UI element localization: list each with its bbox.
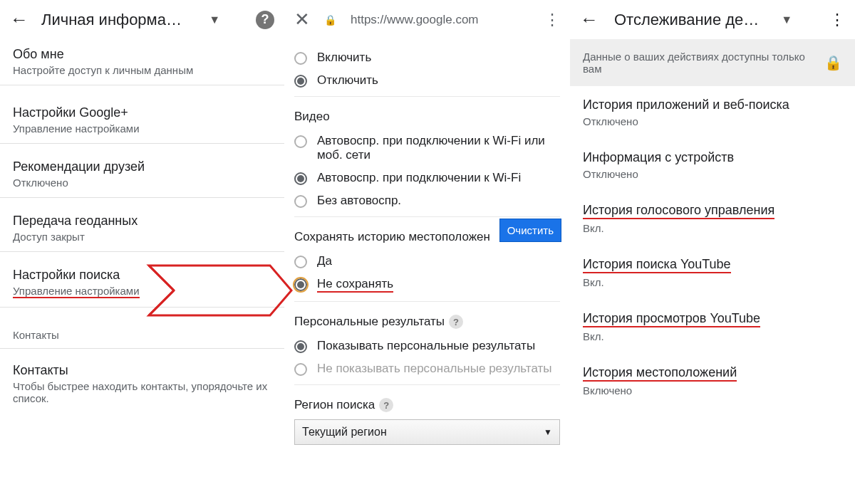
item-subtitle: Настройте доступ к личным данным (13, 64, 271, 76)
notice-text: Данные о ваших действиях доступны только… (583, 51, 814, 75)
item-youtube-search[interactable]: История поиска YouTube Вкл. (570, 246, 855, 300)
item-subtitle: Доступ закрыт (13, 231, 271, 243)
radio-icon[interactable] (294, 135, 307, 148)
item-title: Рекомендации друзей (13, 159, 271, 174)
page-title: Отслеживание де… (614, 11, 765, 29)
item-subtitle: Управление настройками (13, 285, 140, 298)
item-voice-history[interactable]: История голосового управления Вкл. (570, 191, 855, 246)
item-subtitle: Отключено (13, 177, 271, 189)
item-device-info[interactable]: Информация с устройств Отключено (570, 139, 855, 191)
item-subtitle: Отключено (583, 115, 842, 127)
option-show-personal[interactable]: Показывать персональные результаты (294, 335, 560, 357)
item-title: Настройки поиска (13, 268, 271, 283)
section-unnamed-top: Включить Отключить (294, 43, 560, 97)
section-title-text: Персональные результаты (294, 315, 445, 329)
section-title-text: Регион поиска (294, 398, 375, 412)
item-search-settings[interactable]: Настройки поиска Управление настройками (0, 252, 284, 308)
help-icon[interactable]: ? (379, 398, 393, 412)
item-app-web-history[interactable]: История приложений и веб-поиска Отключен… (570, 86, 855, 139)
item-location-history[interactable]: История местоположений Включено (570, 354, 855, 408)
option-save-yes[interactable]: Да (294, 250, 560, 273)
item-title: Информация с устройств (583, 150, 734, 165)
option-label: Отключить (317, 73, 378, 88)
item-title: История голосового управления (583, 203, 774, 219)
option-label: Не показывать персональные результаты (317, 362, 552, 376)
radio-icon[interactable] (294, 52, 307, 65)
item-subtitle: Вкл. (583, 222, 842, 234)
item-friends-recs[interactable]: Рекомендации друзей Отключено (0, 144, 284, 198)
panel-personal-info: ← Личная информа… ▼ ? Обо мне Настройте … (0, 0, 284, 504)
option-label: Автовоспр. при подключении к Wi-Fi (317, 171, 521, 185)
option-save-no[interactable]: Не сохранять (294, 273, 560, 297)
back-icon[interactable]: ← (580, 9, 598, 31)
option-label: Автовоспр. при подключении к Wi-Fi или м… (317, 134, 560, 162)
option-autoplay-wifi-mobile[interactable]: Автовоспр. при подключении к Wi-Fi или м… (294, 130, 560, 167)
page-title: Личная информа… (41, 11, 196, 29)
url-text[interactable]: https://www.google.com (351, 13, 530, 27)
radio-icon[interactable] (294, 195, 307, 208)
option-label: Не сохранять (317, 277, 393, 293)
header: ← Личная информа… ▼ ? (0, 0, 284, 39)
item-title: История поиска YouTube (583, 257, 731, 273)
section-title: Видео (294, 110, 560, 124)
lock-icon: 🔒 (324, 14, 336, 26)
item-title: Обо мне (13, 47, 271, 62)
help-icon[interactable]: ? (256, 11, 274, 29)
option-disable[interactable]: Отключить (294, 69, 560, 92)
chevron-down-icon: ▼ (544, 427, 552, 437)
item-subtitle: Отключено (583, 168, 842, 180)
section-personal-results: Персональные результаты ? Показывать пер… (294, 302, 560, 385)
more-icon[interactable]: ⋮ (829, 11, 845, 29)
radio-icon[interactable] (294, 172, 307, 185)
item-subtitle: Включено (583, 384, 842, 397)
option-hide-personal[interactable]: Не показывать персональные результаты (294, 357, 560, 380)
back-icon[interactable]: ← (10, 9, 28, 31)
radio-icon[interactable] (294, 340, 307, 353)
option-no-autoplay[interactable]: Без автовоспр. (294, 189, 560, 212)
section-location-history: Сохранять историю местоположен Очистить … (294, 217, 560, 302)
item-subtitle: Вкл. (583, 276, 842, 288)
item-title: История просмотров YouTube (583, 311, 760, 327)
close-icon[interactable]: ✕ (294, 9, 310, 31)
more-icon[interactable]: ⋮ (544, 11, 560, 29)
chevron-down-icon[interactable]: ▼ (781, 14, 792, 26)
panel-browser-settings: ✕ 🔒 https://www.google.com ⋮ Включить От… (284, 0, 570, 504)
section-video: Видео Автовоспр. при подключении к Wi-Fi… (294, 97, 560, 217)
section-title: Регион поиска ? (294, 398, 560, 412)
panel-activity-tracking: ← Отслеживание де… ▼ ⋮ Данные о ваших де… (570, 0, 855, 504)
radio-icon[interactable] (294, 363, 307, 376)
option-label: Без автовоспр. (317, 194, 401, 208)
help-icon[interactable]: ? (449, 315, 463, 329)
settings-list: Обо мне Настройте доступ к личным данным… (0, 39, 284, 413)
settings-body: Включить Отключить Видео Автовоспр. при … (284, 39, 570, 453)
chevron-down-icon[interactable]: ▼ (209, 14, 220, 26)
item-subtitle: Управление настройками (13, 122, 271, 135)
option-enable[interactable]: Включить (294, 46, 560, 69)
header: ← Отслеживание де… ▼ ⋮ (570, 0, 855, 39)
item-subtitle: Чтобы быстрее находить контакты, упорядо… (13, 380, 271, 404)
option-autoplay-wifi[interactable]: Автовоспр. при подключении к Wi-Fi (294, 167, 560, 189)
section-header-contacts: Контакты (0, 308, 284, 349)
item-about-me[interactable]: Обо мне Настройте доступ к личным данным (0, 39, 284, 85)
lock-icon: 🔒 (824, 54, 842, 71)
option-label: Да (317, 254, 332, 268)
section-search-region: Регион поиска ? Текущий регион ▼ (294, 385, 560, 449)
radio-icon[interactable] (294, 75, 307, 88)
item-title: Контакты (13, 363, 271, 378)
section-title: Персональные результаты ? (294, 315, 560, 329)
region-select[interactable]: Текущий регион ▼ (294, 419, 560, 445)
item-google-plus[interactable]: Настройки Google+ Управление настройками (0, 85, 284, 144)
item-title: Передача геоданных (13, 214, 271, 229)
activity-list: История приложений и веб-поиска Отключен… (570, 86, 855, 408)
browser-header: ✕ 🔒 https://www.google.com ⋮ (284, 0, 570, 39)
item-geolocation[interactable]: Передача геоданных Доступ закрыт (0, 198, 284, 252)
item-title: История приложений и веб-поиска (583, 98, 789, 112)
item-contacts[interactable]: Контакты Чтобы быстрее находить контакты… (0, 349, 284, 413)
radio-icon[interactable] (294, 278, 307, 291)
clear-button[interactable]: Очистить (499, 219, 561, 242)
item-title: Настройки Google+ (13, 105, 271, 120)
item-youtube-watch[interactable]: История просмотров YouTube Вкл. (570, 300, 855, 354)
radio-icon[interactable] (294, 256, 307, 268)
item-title: История местоположений (583, 365, 737, 382)
privacy-notice: Данные о ваших действиях доступны только… (570, 39, 855, 86)
